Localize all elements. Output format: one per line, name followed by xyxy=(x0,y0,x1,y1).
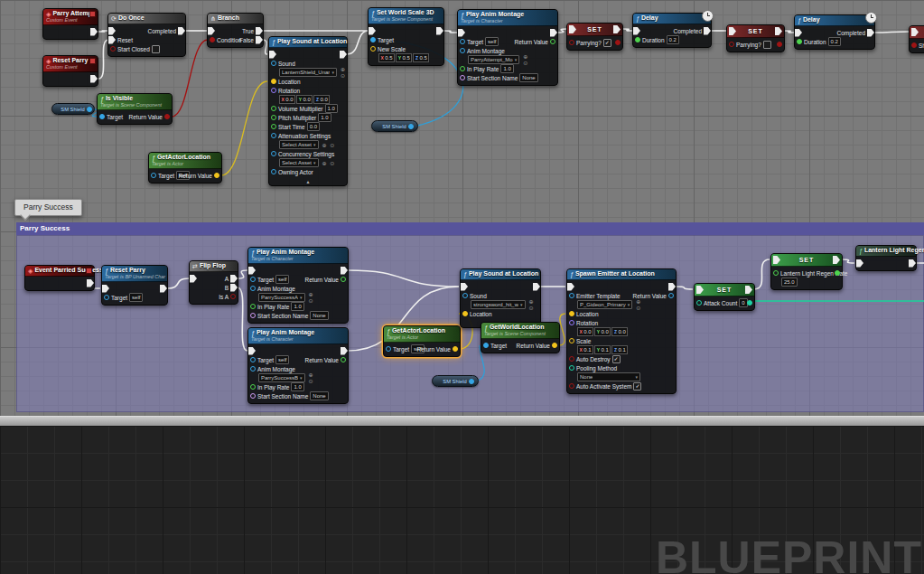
node-play-sound-at-location-1[interactable]: ƒPlay Sound at LocationSoundLanternShiel… xyxy=(268,36,348,186)
pin-object[interactable] xyxy=(250,357,256,362)
node-do-once[interactable]: ⟳Do OnceResetStart ClosedCompleted xyxy=(107,13,186,57)
pin-object[interactable] xyxy=(271,151,276,156)
exec-pin[interactable] xyxy=(208,27,215,35)
checkbox[interactable] xyxy=(763,41,771,49)
exec-pin[interactable] xyxy=(248,347,256,355)
node-header[interactable]: ƒSpawn Emitter at Location xyxy=(567,269,676,280)
pin-int[interactable] xyxy=(569,365,574,371)
pin-object[interactable] xyxy=(460,39,465,44)
asset-dropdown[interactable]: ParrySuccessB▾ xyxy=(258,373,305,382)
exec-pin[interactable] xyxy=(458,29,465,37)
pin-bool[interactable] xyxy=(210,37,215,42)
vector-axis-box[interactable]: Z0.1 xyxy=(611,345,628,354)
asset-dropdown[interactable]: ParryAttempt_Mo▾ xyxy=(468,55,519,64)
node-header[interactable]: ƒPlay Anim MontageTarget is Character xyxy=(248,328,348,344)
node-header[interactable]: ƒPlay Sound at Location xyxy=(269,37,347,48)
exec-pin[interactable] xyxy=(341,267,348,275)
exec-pin[interactable] xyxy=(436,27,443,35)
pin-object[interactable] xyxy=(250,286,256,291)
exec-pin[interactable] xyxy=(190,275,197,283)
node-play-sound-at-location-2[interactable]: ƒPlay Sound at LocationSoundstrongsword_… xyxy=(460,268,541,328)
asset-dropdown[interactable]: P_Gideon_Primary▾ xyxy=(577,300,632,309)
exec-pin[interactable] xyxy=(102,285,109,293)
pin-vector[interactable] xyxy=(569,311,574,316)
collapse-arrow[interactable]: ▲ xyxy=(269,179,347,185)
node-sm-shield-3[interactable]: SM Shield xyxy=(432,375,479,387)
pin-vector[interactable] xyxy=(453,346,458,352)
node-get-actor-location-1[interactable]: ƒGetActorLocationTarget is ActorTargetse… xyxy=(148,152,222,183)
node-header[interactable]: ƒPlay Anim MontageTarget is Character xyxy=(248,248,348,264)
pin-float[interactable] xyxy=(797,39,802,44)
node-flip-flop[interactable]: ⇄Flip FlopABIs A xyxy=(189,260,238,305)
pin-rotator[interactable] xyxy=(569,320,574,325)
exec-pin[interactable] xyxy=(729,27,736,35)
vector-axis-box[interactable]: X0.5 xyxy=(378,53,395,62)
pin-float[interactable] xyxy=(250,384,256,390)
node-header[interactable]: SET xyxy=(567,24,622,36)
pin-object[interactable] xyxy=(271,61,276,66)
vector-axis-box[interactable]: Y0.0 xyxy=(594,327,611,336)
exec-pin[interactable] xyxy=(613,25,621,33)
pin-object[interactable] xyxy=(460,48,465,53)
value-box[interactable]: 1.0 xyxy=(291,302,303,311)
vector-axis-box[interactable]: Y0.0 xyxy=(296,95,313,104)
exec-pin[interactable] xyxy=(833,256,840,264)
pin-bool[interactable] xyxy=(164,114,170,119)
exec-pin[interactable] xyxy=(340,51,347,59)
node-delay-2[interactable]: ƒDelayDuration0.2Completed xyxy=(794,14,875,50)
node-header[interactable]: ◈Reset ParryCustom Event xyxy=(43,56,98,72)
pin-float[interactable] xyxy=(271,115,276,120)
pin-bool[interactable] xyxy=(110,46,116,52)
node-header[interactable]: ⋔Branch xyxy=(208,14,263,24)
pin-bool[interactable] xyxy=(911,42,917,48)
node-play-anim-montage-3[interactable]: ƒPlay Anim MontageTarget is CharacterTar… xyxy=(247,327,349,404)
exec-pin[interactable] xyxy=(696,286,704,294)
pin-float[interactable] xyxy=(550,39,555,44)
vector-axis-box[interactable]: Y0.5 xyxy=(396,53,412,62)
pin-object[interactable] xyxy=(408,124,414,129)
node-get-world-location[interactable]: ƒGetWorldLocationTarget is Scene Compone… xyxy=(481,322,560,353)
value-box[interactable]: 1.0 xyxy=(500,64,513,73)
node-set-lantern-light-regen-rate[interactable]: SETLantern Light Regen Rate25.0 xyxy=(770,253,843,290)
pin-object[interactable] xyxy=(569,293,574,298)
asset-picker-icons[interactable]: ⊕ ⊙ xyxy=(322,142,336,148)
exec-pin[interactable] xyxy=(909,259,916,268)
asset-dropdown[interactable]: None▾ xyxy=(577,372,640,381)
pin-rotator[interactable] xyxy=(271,88,276,93)
node-delay-1[interactable]: ƒDelayDuration0.2Completed xyxy=(632,13,712,48)
pin-object[interactable] xyxy=(386,346,391,352)
node-header[interactable]: ƒGetActorLocationTarget is Actor xyxy=(384,326,460,343)
asset-dropdown[interactable]: Select Asset▾ xyxy=(279,158,319,167)
pin-bool[interactable] xyxy=(729,42,734,47)
value-box[interactable]: 1.0 xyxy=(325,104,338,113)
exec-pin[interactable] xyxy=(230,284,238,292)
exec-pin[interactable] xyxy=(341,347,348,355)
pin-float[interactable] xyxy=(635,37,640,42)
node-header[interactable]: ƒSet World Scale 3DTarget is Scene Compo… xyxy=(369,8,443,24)
pin-bool[interactable] xyxy=(615,40,621,45)
pin-object[interactable] xyxy=(469,379,474,384)
vector-axis-box[interactable]: X0.1 xyxy=(577,345,593,354)
pin-vector[interactable] xyxy=(271,79,276,84)
pin-float[interactable] xyxy=(250,304,256,309)
exec-pin[interactable] xyxy=(745,286,752,294)
pin-int[interactable] xyxy=(747,300,752,306)
node-header[interactable]: ƒIs VisibleTarget is Scene Component xyxy=(98,94,172,110)
pin-name[interactable] xyxy=(250,393,256,399)
node-get-actor-location-2[interactable]: ƒGetActorLocationTarget is ActorTargetse… xyxy=(383,325,461,357)
exec-pin[interactable] xyxy=(550,29,557,37)
asset-dropdown[interactable]: Select Asset▾ xyxy=(279,140,319,149)
exec-pin[interactable] xyxy=(856,259,863,268)
node-header[interactable]: ƒReset ParryTarget is BP Unarmed Char xyxy=(102,266,167,282)
vector-axis-box[interactable]: Z0.5 xyxy=(413,53,429,62)
graph-canvas-lower[interactable]: BLUEPRINT xyxy=(0,426,924,574)
pin-object[interactable] xyxy=(370,37,376,42)
node-play-anim-montage-2[interactable]: ƒPlay Anim MontageTarget is CharacterTar… xyxy=(247,247,349,324)
exec-pin[interactable] xyxy=(108,36,116,44)
exec-pin[interactable] xyxy=(256,36,263,44)
node-event-parried-success[interactable]: ◈Event Parried Success xyxy=(24,265,95,291)
value-box[interactable]: 25.0 xyxy=(781,278,798,287)
vector-axis-box[interactable]: X0.0 xyxy=(577,327,593,336)
pin-vector[interactable] xyxy=(569,338,574,343)
pin-float[interactable] xyxy=(773,270,779,276)
